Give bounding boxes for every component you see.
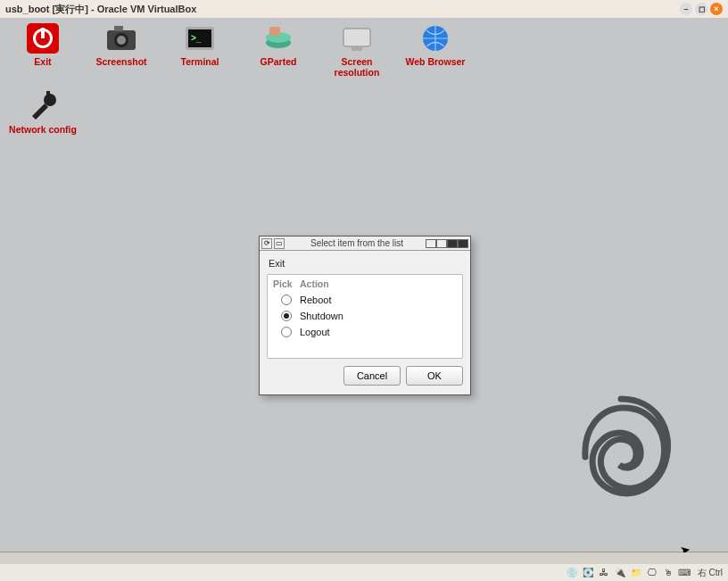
svg-rect-14 <box>343 29 370 46</box>
svg-rect-5 <box>114 26 123 31</box>
disk-icon <box>261 21 296 55</box>
radio-shutdown[interactable] <box>281 311 292 321</box>
dialog-titlebar: ⟳ ▭ Select item from the list <box>260 237 470 251</box>
svg-rect-13 <box>269 27 280 36</box>
column-action: Action <box>300 278 329 289</box>
desktop-icons-row: Exit Screenshot >_ Terminal GParted Scre… <box>0 18 728 85</box>
terminal-icon: >_ <box>182 21 218 55</box>
desktop-icon-screenshot[interactable]: Screenshot <box>82 21 161 78</box>
dialog-button-row: Cancel OK <box>267 366 463 386</box>
close-button[interactable]: × <box>710 3 723 15</box>
window-controls: – ◻ × <box>680 3 723 15</box>
desktop-icon-label: Web Browser <box>406 56 466 67</box>
svg-rect-15 <box>352 47 362 51</box>
usb-icon[interactable]: 🔌 <box>614 567 626 579</box>
guest-desktop: Exit Screenshot >_ Terminal GParted Scre… <box>0 18 728 552</box>
ok-button[interactable]: OK <box>406 366 463 386</box>
radio-reboot[interactable] <box>281 295 292 305</box>
desktop-icon-network-config[interactable]: Network config <box>4 89 82 135</box>
virtualbox-statusbar: 💿 💽 🖧 🔌 📁 🖵 🖱 ⌨ 右 Ctrl <box>0 564 728 581</box>
power-icon <box>25 21 61 55</box>
harddrive-icon[interactable]: 💽 <box>582 567 594 579</box>
keyboard-icon[interactable]: ⌨ <box>678 567 691 579</box>
mouse-cursor: ➤ <box>679 542 692 552</box>
desktop-icon-label: Screenshot <box>95 56 146 67</box>
taskbar-date: 22 11月 <box>114 552 145 553</box>
camera-icon <box>103 21 139 55</box>
disc-icon[interactable]: 💿 <box>566 567 578 579</box>
option-logout[interactable]: Logout <box>273 324 457 340</box>
svg-rect-18 <box>46 91 50 100</box>
options-list: Pick Action Reboot Shutdown Logout <box>267 274 463 359</box>
minimize-button[interactable]: – <box>680 3 692 15</box>
desktop-icon-gparted[interactable]: GParted <box>239 21 318 78</box>
dialog-body: Exit Pick Action Reboot Shutdown Logout <box>260 251 470 394</box>
maximize-button[interactable]: ◻ <box>695 3 707 15</box>
desktop-icon-label: GParted <box>261 56 297 67</box>
desktop-icon-exit[interactable]: Exit <box>4 21 82 78</box>
guest-taskbar: ◂ ワークスペース 1 ▸ 22 11月 土 00:57:52 ▸ ▭ Sele… <box>0 552 728 552</box>
desktop-icon-label: Exit <box>34 56 51 67</box>
desktop-icon-label: Screen resolution <box>318 56 396 78</box>
tools-icon <box>25 89 61 123</box>
svg-rect-3 <box>41 28 45 38</box>
desktop-icon-screenres[interactable]: Screen resolution <box>318 21 396 78</box>
desktop-icon-terminal[interactable]: >_ Terminal <box>161 21 239 78</box>
options-header: Pick Action <box>273 278 457 289</box>
debian-swirl-logo <box>558 381 683 526</box>
display-icon[interactable]: 🖵 <box>646 567 658 579</box>
svg-point-7 <box>117 36 126 45</box>
dialog-windowlist-icon[interactable]: ▭ <box>274 238 285 249</box>
cancel-button[interactable]: Cancel <box>343 366 401 386</box>
option-label: Shutdown <box>300 311 343 321</box>
desktop-icon-label: Network config <box>9 124 77 135</box>
dialog-title: Select item from the list <box>288 238 426 248</box>
dialog-heading: Exit <box>269 258 463 269</box>
desktop-icon-label: Terminal <box>181 56 219 67</box>
desktop-icon-webbrowser[interactable]: Web Browser <box>396 21 475 78</box>
column-pick: Pick <box>273 278 300 289</box>
dialog-refresh-icon[interactable]: ⟳ <box>261 238 272 249</box>
svg-text:>_: >_ <box>191 33 202 43</box>
mouse-integration-icon[interactable]: 🖱 <box>662 567 674 579</box>
network-icon[interactable]: 🖧 <box>598 567 610 579</box>
option-label: Reboot <box>300 295 331 305</box>
option-shutdown[interactable]: Shutdown <box>273 308 457 324</box>
window-title: usb_boot [実行中] - Oracle VM VirtualBox <box>5 3 680 16</box>
radio-logout[interactable] <box>281 327 292 337</box>
globe-icon <box>418 21 453 55</box>
shared-folder-icon[interactable]: 📁 <box>630 567 642 579</box>
dialog-shade-buttons[interactable] <box>426 239 468 248</box>
monitor-icon <box>339 21 375 55</box>
taskbar-time-prefix: 土 <box>149 552 158 553</box>
option-label: Logout <box>300 327 330 337</box>
option-reboot[interactable]: Reboot <box>273 292 457 308</box>
virtualbox-titlebar: usb_boot [実行中] - Oracle VM VirtualBox – … <box>0 0 728 18</box>
exit-dialog: ⟳ ▭ Select item from the list Exit Pick … <box>259 236 471 395</box>
statusbar-icons: 💿 💽 🖧 🔌 📁 🖵 🖱 ⌨ 右 Ctrl <box>566 567 723 579</box>
host-key-label: 右 Ctrl <box>698 567 723 579</box>
